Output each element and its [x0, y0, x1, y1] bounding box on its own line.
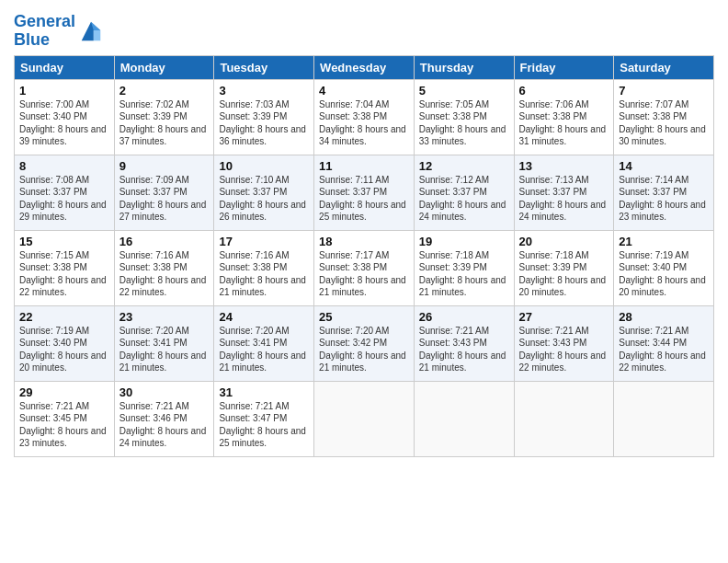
calendar-week-5: 29 Sunrise: 7:21 AMSunset: 3:45 PMDaylig… [15, 381, 714, 456]
calendar-cell: 15 Sunrise: 7:15 AMSunset: 3:38 PMDaylig… [15, 230, 115, 305]
day-number: 9 [119, 159, 210, 173]
day-number: 3 [219, 84, 309, 98]
day-number: 24 [219, 310, 309, 324]
day-number: 26 [419, 310, 509, 324]
calendar-cell: 19 Sunrise: 7:18 AMSunset: 3:39 PMDaylig… [414, 230, 514, 305]
col-header-tuesday: Tuesday [214, 55, 314, 79]
calendar-cell: 10 Sunrise: 7:10 AMSunset: 3:37 PMDaylig… [214, 155, 314, 230]
day-number: 13 [519, 159, 609, 173]
day-info: Sunrise: 7:20 AMSunset: 3:41 PMDaylight:… [119, 326, 207, 373]
day-info: Sunrise: 7:00 AMSunset: 3:40 PMDaylight:… [19, 99, 107, 147]
calendar-cell: 8 Sunrise: 7:08 AMSunset: 3:37 PMDayligh… [15, 155, 115, 230]
col-header-thursday: Thursday [414, 55, 514, 79]
day-number: 1 [19, 84, 109, 98]
day-number: 6 [519, 84, 609, 98]
day-info: Sunrise: 7:05 AMSunset: 3:38 PMDaylight:… [419, 99, 506, 147]
day-info: Sunrise: 7:14 AMSunset: 3:37 PMDaylight:… [619, 175, 706, 223]
calendar-cell: 7 Sunrise: 7:07 AMSunset: 3:38 PMDayligh… [614, 79, 714, 155]
calendar-header-row: SundayMondayTuesdayWednesdayThursdayFrid… [15, 55, 714, 79]
calendar-cell: 24 Sunrise: 7:20 AMSunset: 3:41 PMDaylig… [214, 305, 314, 381]
col-header-friday: Friday [514, 55, 614, 79]
calendar-week-4: 22 Sunrise: 7:19 AMSunset: 3:40 PMDaylig… [15, 305, 714, 381]
day-number: 4 [319, 84, 409, 98]
logo: GeneralBlue [14, 13, 104, 50]
calendar-cell: 1 Sunrise: 7:00 AMSunset: 3:40 PMDayligh… [15, 79, 115, 155]
day-info: Sunrise: 7:19 AMSunset: 3:40 PMDaylight:… [619, 250, 706, 298]
day-info: Sunrise: 7:07 AMSunset: 3:38 PMDaylight:… [619, 99, 706, 147]
day-info: Sunrise: 7:10 AMSunset: 3:37 PMDaylight:… [219, 175, 306, 223]
calendar-cell: 23 Sunrise: 7:20 AMSunset: 3:41 PMDaylig… [114, 305, 214, 381]
logo-icon [78, 18, 104, 44]
day-info: Sunrise: 7:12 AMSunset: 3:37 PMDaylight:… [419, 175, 506, 223]
day-info: Sunrise: 7:03 AMSunset: 3:39 PMDaylight:… [219, 99, 306, 147]
calendar-cell: 6 Sunrise: 7:06 AMSunset: 3:38 PMDayligh… [514, 79, 614, 155]
day-info: Sunrise: 7:13 AMSunset: 3:37 PMDaylight:… [519, 175, 607, 223]
day-number: 7 [619, 84, 709, 98]
day-number: 14 [619, 159, 709, 173]
calendar-cell: 26 Sunrise: 7:21 AMSunset: 3:43 PMDaylig… [414, 305, 514, 381]
day-info: Sunrise: 7:11 AMSunset: 3:37 PMDaylight:… [319, 175, 406, 223]
logo-text: GeneralBlue [14, 13, 75, 50]
day-number: 31 [219, 385, 309, 399]
day-number: 30 [119, 385, 210, 399]
day-info: Sunrise: 7:04 AMSunset: 3:38 PMDaylight:… [319, 99, 406, 147]
day-info: Sunrise: 7:15 AMSunset: 3:38 PMDaylight:… [19, 250, 107, 298]
page: GeneralBlue SundayMondayTuesdayWednesday… [0, 0, 728, 563]
day-number: 27 [519, 310, 609, 324]
calendar-cell: 9 Sunrise: 7:09 AMSunset: 3:37 PMDayligh… [114, 155, 214, 230]
calendar-week-3: 15 Sunrise: 7:15 AMSunset: 3:38 PMDaylig… [15, 230, 714, 305]
day-info: Sunrise: 7:08 AMSunset: 3:37 PMDaylight:… [19, 175, 107, 223]
day-number: 21 [619, 235, 709, 248]
calendar-cell: 18 Sunrise: 7:17 AMSunset: 3:38 PMDaylig… [314, 230, 415, 305]
day-number: 5 [419, 84, 509, 98]
day-info: Sunrise: 7:21 AMSunset: 3:45 PMDaylight:… [19, 401, 107, 449]
day-number: 12 [419, 159, 509, 173]
day-number: 28 [619, 310, 709, 324]
day-info: Sunrise: 7:21 AMSunset: 3:46 PMDaylight:… [119, 401, 207, 449]
day-info: Sunrise: 7:20 AMSunset: 3:42 PMDaylight:… [319, 326, 406, 373]
day-info: Sunrise: 7:21 AMSunset: 3:43 PMDaylight:… [519, 326, 607, 373]
col-header-wednesday: Wednesday [314, 55, 415, 79]
day-number: 10 [219, 159, 309, 173]
calendar-cell: 29 Sunrise: 7:21 AMSunset: 3:45 PMDaylig… [15, 381, 115, 456]
day-info: Sunrise: 7:20 AMSunset: 3:41 PMDaylight:… [219, 326, 306, 373]
day-number: 20 [519, 235, 609, 248]
day-info: Sunrise: 7:09 AMSunset: 3:37 PMDaylight:… [119, 175, 207, 223]
calendar-cell: 28 Sunrise: 7:21 AMSunset: 3:44 PMDaylig… [614, 305, 714, 381]
calendar-cell [414, 381, 514, 456]
day-info: Sunrise: 7:16 AMSunset: 3:38 PMDaylight:… [219, 250, 306, 298]
col-header-saturday: Saturday [614, 55, 714, 79]
day-info: Sunrise: 7:02 AMSunset: 3:39 PMDaylight:… [119, 99, 207, 147]
day-number: 25 [319, 310, 409, 324]
calendar-cell: 2 Sunrise: 7:02 AMSunset: 3:39 PMDayligh… [114, 79, 214, 155]
col-header-sunday: Sunday [15, 55, 115, 79]
calendar-cell: 5 Sunrise: 7:05 AMSunset: 3:38 PMDayligh… [414, 79, 514, 155]
day-info: Sunrise: 7:21 AMSunset: 3:44 PMDaylight:… [619, 326, 706, 373]
calendar-cell: 31 Sunrise: 7:21 AMSunset: 3:47 PMDaylig… [214, 381, 314, 456]
calendar-week-2: 8 Sunrise: 7:08 AMSunset: 3:37 PMDayligh… [15, 155, 714, 230]
day-info: Sunrise: 7:06 AMSunset: 3:38 PMDaylight:… [519, 99, 607, 147]
calendar-week-1: 1 Sunrise: 7:00 AMSunset: 3:40 PMDayligh… [15, 79, 714, 155]
day-info: Sunrise: 7:21 AMSunset: 3:43 PMDaylight:… [419, 326, 506, 373]
calendar-cell: 4 Sunrise: 7:04 AMSunset: 3:38 PMDayligh… [314, 79, 415, 155]
day-number: 2 [119, 84, 210, 98]
day-number: 19 [419, 235, 509, 248]
day-info: Sunrise: 7:17 AMSunset: 3:38 PMDaylight:… [319, 250, 406, 298]
header: GeneralBlue [14, 9, 714, 50]
day-number: 15 [19, 235, 109, 248]
calendar-table: SundayMondayTuesdayWednesdayThursdayFrid… [14, 55, 714, 457]
day-info: Sunrise: 7:18 AMSunset: 3:39 PMDaylight:… [519, 250, 607, 298]
calendar-cell: 20 Sunrise: 7:18 AMSunset: 3:39 PMDaylig… [514, 230, 614, 305]
day-info: Sunrise: 7:21 AMSunset: 3:47 PMDaylight:… [219, 401, 306, 449]
calendar-cell [314, 381, 415, 456]
calendar-cell: 14 Sunrise: 7:14 AMSunset: 3:37 PMDaylig… [614, 155, 714, 230]
calendar-cell: 3 Sunrise: 7:03 AMSunset: 3:39 PMDayligh… [214, 79, 314, 155]
day-info: Sunrise: 7:18 AMSunset: 3:39 PMDaylight:… [419, 250, 506, 298]
calendar-cell: 17 Sunrise: 7:16 AMSunset: 3:38 PMDaylig… [214, 230, 314, 305]
calendar-cell: 30 Sunrise: 7:21 AMSunset: 3:46 PMDaylig… [114, 381, 214, 456]
calendar-cell: 13 Sunrise: 7:13 AMSunset: 3:37 PMDaylig… [514, 155, 614, 230]
day-number: 22 [19, 310, 109, 324]
day-number: 29 [19, 385, 109, 399]
day-number: 18 [319, 235, 409, 248]
calendar-cell: 16 Sunrise: 7:16 AMSunset: 3:38 PMDaylig… [114, 230, 214, 305]
